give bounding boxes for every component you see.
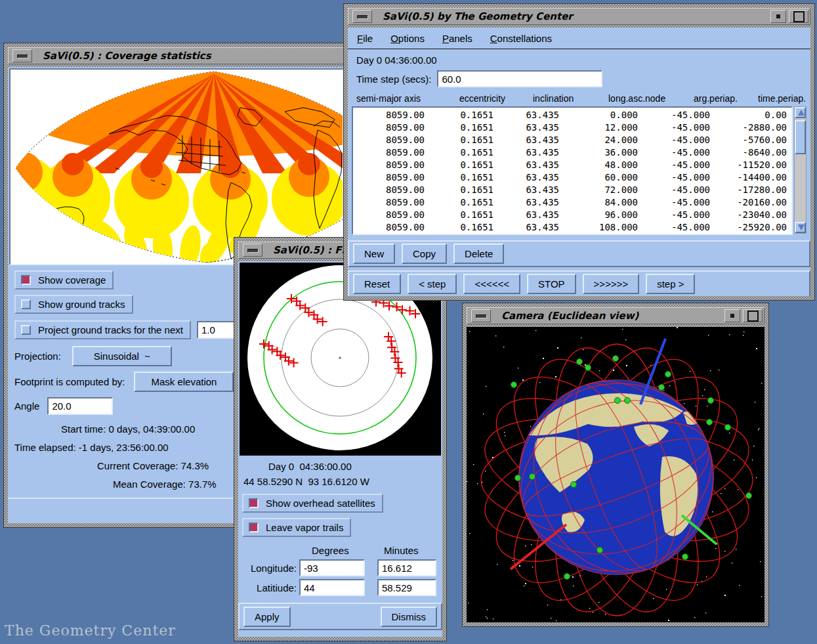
checkbox-label: Leave vapor trails [266,522,343,533]
stop-button[interactable]: STOP [527,274,576,294]
fisheye-clock: Day 0 04:36:00.00 [268,461,442,472]
scroll-up-arrow[interactable] [795,107,806,118]
dismiss-button[interactable]: Dismiss [381,607,438,627]
copy-button[interactable]: Copy [402,244,447,264]
table-cell: 8059.00 [353,184,425,196]
time-step-label: Time step (secs): [356,74,431,85]
table-row[interactable]: 8059.000.165163.43572.000-45.000-17280.0… [353,184,791,196]
desktop: SaVi(0.5) : Coverage statistics [0,0,817,644]
orbit-table-scrollbar[interactable] [794,106,807,234]
table-cell: -14400.00 [710,171,787,184]
table-row[interactable]: 8059.000.165163.43524.000-45.000-5760.00 [353,134,791,146]
table-cell: 24.000 [559,134,638,146]
orbit-table-headers: semi-major axiseccentricityinclinationlo… [352,93,807,105]
table-row[interactable]: 8059.000.165163.43560.000-45.000-14400.0… [353,171,791,184]
table-row[interactable]: 8059.000.165163.43548.000-45.000-11520.0… [353,159,791,171]
longitude-degrees-input[interactable] [299,559,365,576]
minimize-icon [357,15,367,18]
table-cell: -45.000 [638,221,710,234]
table-cell: -45.000 [638,209,710,221]
table-cell: 8059.00 [353,134,425,146]
table-cell: 0.1651 [425,134,493,146]
coverage-titlebar[interactable]: SaVi(0.5) : Coverage statistics [8,47,348,64]
maximize-button[interactable] [789,10,808,23]
table-row[interactable]: 8059.000.165163.43536.000-45.000-8640.00 [353,146,791,159]
main-titlebar[interactable]: SaVi(0.5) by The Geometry Center [348,8,810,25]
simulation-clock: Day 0 04:36:00.00 [356,54,810,66]
main-window: SaVi(0.5) by The Geometry Center FileOpt… [344,4,814,300]
iconify-button[interactable] [770,10,786,23]
footprint-label: Footprint is computed by: [14,376,125,387]
table-cell: 0.1651 [425,196,493,209]
table-cell: 63.435 [493,209,559,221]
angle-label: Angle [14,400,39,412]
iconify-button[interactable] [724,309,740,322]
table-cell: 63.435 [493,171,559,184]
table-cell: 36.000 [559,146,638,159]
show-ground-tracks-checkbox[interactable]: Show ground tracks [14,295,133,314]
--button[interactable]: >>>>>> [583,274,640,294]
table-row[interactable]: 8059.000.165163.43584.000-45.000-20160.0… [353,196,791,209]
project-tracks-checkbox[interactable]: Project ground tracks for the next [14,320,191,339]
minimize-icon [247,249,258,252]
checkbox-label: Show overhead satellites [266,498,375,509]
menu-file[interactable]: File [357,33,373,44]
minimize-button[interactable] [243,244,262,257]
menu-constellations[interactable]: Constellations [490,33,552,44]
maximize-button[interactable] [743,309,763,322]
table-cell: -2880.00 [710,121,787,134]
table-row[interactable]: 8059.000.165163.4350.000-45.0000.00 [353,109,791,121]
table-row[interactable]: 8059.000.165163.43512.000-45.000-2880.00 [353,121,791,134]
step--button[interactable]: step > [646,274,695,294]
reset-button[interactable]: Reset [353,274,401,294]
latitude-degrees-input[interactable] [299,579,365,596]
--button[interactable]: <<<<<< [463,274,520,294]
table-cell: 63.435 [493,134,559,146]
minimize-button[interactable] [471,309,491,322]
projection-optionmenu[interactable]: Sinusoidal ~ [72,346,172,366]
table-row[interactable]: 8059.000.165163.435108.000-45.000-25920.… [353,221,791,234]
table-cell: 0.1651 [425,209,493,221]
checkbox-indicator [21,325,31,335]
menu-panels[interactable]: Panels [442,33,472,44]
orbit-table[interactable]: 8059.000.165163.4350.000-45.0000.008059.… [352,106,793,235]
table-cell: 8059.00 [353,209,425,221]
table-cell: 60.000 [559,171,638,184]
angle-input[interactable] [47,397,113,415]
table-cell: 0.1651 [425,221,493,234]
latitude-minutes-input[interactable] [377,579,436,596]
longitude-minutes-input[interactable] [377,559,436,576]
table-row[interactable]: 8059.000.165163.43596.000-45.000-23040.0… [353,209,791,221]
footprint-optionmenu[interactable]: Mask elevation [134,372,234,392]
menu-options[interactable]: Options [390,33,425,44]
time-step-input[interactable] [437,70,602,87]
apply-button[interactable]: Apply [243,607,291,627]
-step-button[interactable]: < step [408,274,457,294]
minimize-button[interactable] [352,10,372,23]
square-icon [793,11,805,22]
column-header: arg.periap. [694,93,738,104]
coverage-map-canvas [9,68,344,265]
camera-canvas[interactable] [467,327,765,622]
sinusoidal-map [10,70,343,264]
scrollbar-trough[interactable] [795,118,806,222]
project-tracks-input[interactable] [197,321,236,339]
show-coverage-checkbox[interactable]: Show coverage [14,270,114,290]
table-cell: 0.1651 [425,146,493,159]
table-cell: -25920.00 [710,221,787,234]
camera-titlebar[interactable]: Camera (Euclidean view) [467,307,765,324]
vapor-trails-checkbox[interactable]: Leave vapor trails [242,518,351,537]
new-button[interactable]: New [353,244,395,264]
table-cell: 0.1651 [425,121,493,134]
table-cell: 63.435 [493,121,559,134]
scroll-down-arrow[interactable] [795,222,806,233]
menu-bar: FileOptionsPanelsConstellations [348,28,810,49]
show-overhead-checkbox[interactable]: Show overhead satellites [242,494,383,513]
minimize-button[interactable] [12,49,32,62]
delete-button[interactable]: Delete [453,244,504,264]
table-cell: 0.1651 [425,171,493,184]
table-cell: -45.000 [638,159,710,171]
table-cell: 63.435 [493,109,559,121]
earth-3d-view [467,327,765,622]
scrollbar-thumb[interactable] [795,120,806,154]
